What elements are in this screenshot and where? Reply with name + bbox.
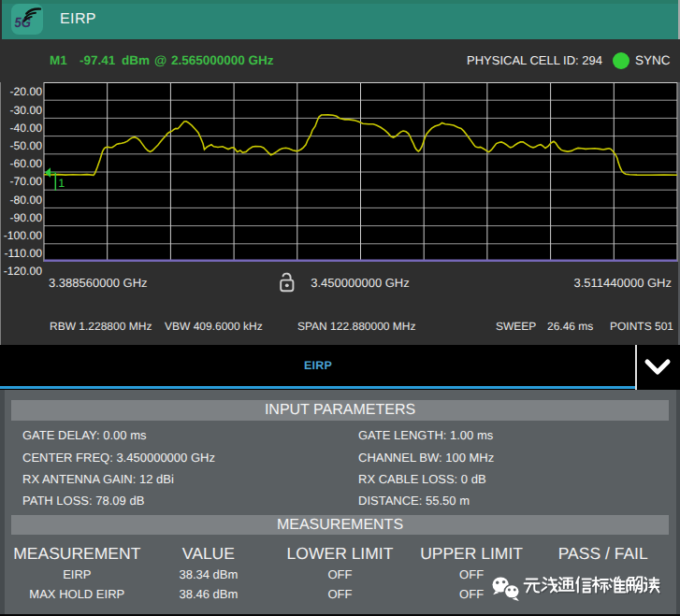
svg-text:-40.00: -40.00 — [9, 122, 42, 135]
svg-text:-90.00: -90.00 — [9, 211, 42, 224]
svg-text:-20.00: -20.00 — [9, 85, 42, 98]
svg-text:-60.00: -60.00 — [9, 157, 42, 170]
svg-text:-100.00: -100.00 — [4, 229, 43, 242]
svg-text:-110.00: -110.00 — [5, 247, 43, 260]
svg-text:-70.00: -70.00 — [9, 175, 42, 188]
svg-text:1: 1 — [58, 177, 65, 190]
svg-text:-120.00: -120.00 — [4, 265, 43, 278]
svg-text:-80.00: -80.00 — [9, 193, 42, 207]
svg-text:-30.00: -30.00 — [9, 104, 42, 117]
svg-text:-50.00: -50.00 — [9, 139, 42, 152]
